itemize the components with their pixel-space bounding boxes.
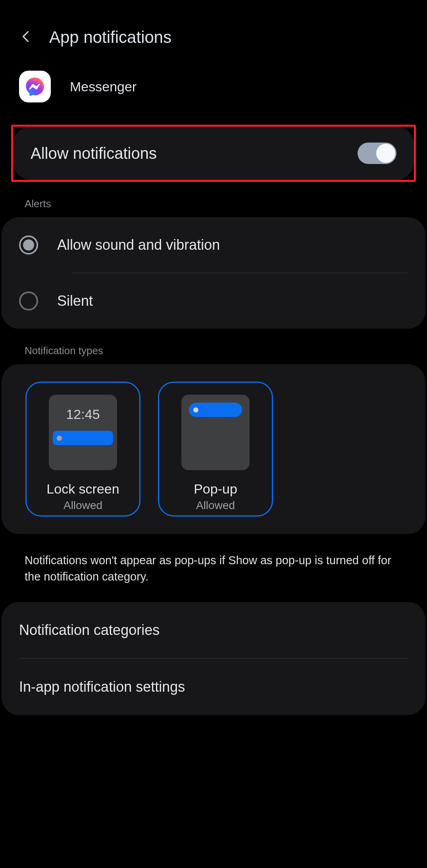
radio-unselected-icon	[19, 291, 38, 311]
type-status: Allowed	[196, 499, 235, 512]
lock-screen-illustration: 12:45	[49, 395, 117, 470]
page-title: App notifications	[49, 28, 171, 47]
popup-note-text: Notifications won't appear as pop-ups if…	[0, 534, 427, 602]
settings-links-card: Notification categories In-app notificat…	[2, 602, 425, 715]
radio-selected-icon	[19, 235, 38, 255]
alert-option-label: Allow sound and vibration	[57, 237, 220, 253]
type-lock-screen[interactable]: 12:45 Lock screen Allowed	[25, 382, 140, 517]
types-section-label: Notification types	[0, 329, 427, 364]
type-popup[interactable]: Pop-up Allowed	[158, 382, 273, 517]
alert-option-silent[interactable]: Silent	[2, 273, 425, 329]
allow-notifications-toggle[interactable]	[358, 143, 396, 164]
illustration-popup-bar	[189, 403, 242, 417]
alerts-section-label: Alerts	[0, 182, 427, 217]
allow-notifications-row[interactable]: Allow notifications	[13, 127, 414, 180]
illustration-notification-bar	[53, 431, 113, 445]
notification-categories-link[interactable]: Notification categories	[2, 602, 425, 658]
allow-notifications-label: Allow notifications	[31, 145, 157, 162]
alert-option-sound-vibration[interactable]: Allow sound and vibration	[2, 217, 425, 273]
popup-illustration	[181, 395, 250, 470]
in-app-notification-settings-link[interactable]: In-app notification settings	[2, 659, 425, 715]
alerts-card: Allow sound and vibration Silent	[2, 217, 425, 329]
app-info-row: Messenger	[0, 67, 427, 118]
type-status: Allowed	[63, 499, 102, 512]
type-name: Pop-up	[194, 481, 237, 497]
app-name-label: Messenger	[70, 79, 137, 95]
back-icon[interactable]	[19, 29, 33, 45]
alert-option-label: Silent	[57, 293, 93, 309]
illustration-time: 12:45	[66, 395, 100, 422]
messenger-app-icon	[19, 71, 51, 102]
highlight-box: Allow notifications	[11, 125, 416, 182]
notification-types-card: 12:45 Lock screen Allowed Pop-up Allowed	[2, 364, 425, 534]
type-name: Lock screen	[46, 481, 119, 497]
header: App notifications	[0, 0, 427, 67]
